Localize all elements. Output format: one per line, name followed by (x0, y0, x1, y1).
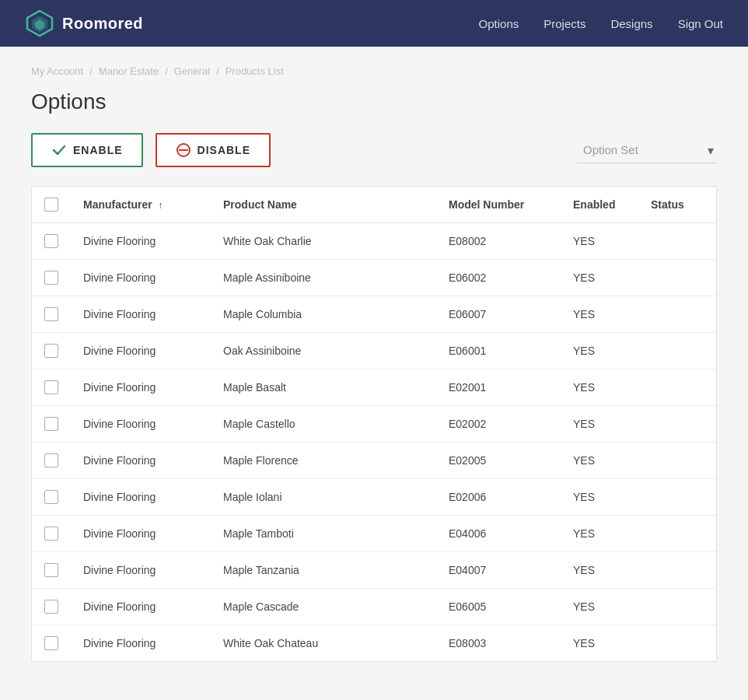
row-enabled: YES (561, 589, 638, 625)
nav-options[interactable]: Options (479, 17, 519, 30)
row-manufacturer: Divine Flooring (71, 260, 211, 296)
row-model-number: E02001 (436, 369, 561, 406)
main-content: My Account / Manor Estate / General / Pr… (0, 47, 748, 681)
row-manufacturer: Divine Flooring (71, 369, 211, 406)
row-checkbox[interactable] (44, 600, 58, 614)
disable-button[interactable]: DISABLE (156, 133, 271, 167)
row-checkbox[interactable] (44, 417, 58, 431)
ban-icon (176, 142, 191, 158)
row-status (638, 406, 716, 443)
sort-asc-icon: ↑ (159, 200, 163, 211)
row-model-number: E02002 (436, 406, 561, 443)
col-header-enabled: Enabled (561, 187, 638, 223)
row-product-name: Maple Tanzania (211, 552, 436, 589)
row-checkbox[interactable] (44, 234, 58, 248)
products-table: Manufacturer ↑ Product Name Model Number… (32, 187, 716, 661)
row-checkbox[interactable] (44, 271, 58, 285)
row-checkbox-cell (32, 260, 71, 296)
row-status (638, 333, 716, 369)
col-header-product-name: Product Name (211, 187, 436, 223)
breadcrumb-sep-2: / (216, 65, 219, 77)
row-checkbox[interactable] (44, 307, 58, 321)
table-row: Divine Flooring Maple Tanzania E04007 YE… (32, 552, 716, 589)
enable-button-label: ENABLE (73, 144, 123, 156)
col-header-checkbox (32, 187, 71, 223)
col-header-model-number: Model Number (436, 187, 561, 223)
row-product-name: Maple Columbia (211, 296, 436, 333)
row-checkbox[interactable] (44, 344, 58, 358)
row-status (638, 516, 716, 552)
breadcrumb: My Account / Manor Estate / General / Pr… (31, 65, 717, 77)
row-manufacturer: Divine Flooring (71, 479, 211, 516)
table-body: Divine Flooring White Oak Charlie E08002… (32, 223, 716, 662)
row-model-number: E02006 (436, 479, 561, 516)
disable-button-label: DISABLE (197, 144, 250, 156)
row-manufacturer: Divine Flooring (71, 625, 211, 662)
breadcrumb-item-3[interactable]: Products List (225, 65, 284, 77)
enable-button[interactable]: ENABLE (31, 133, 143, 167)
row-checkbox[interactable] (44, 527, 58, 541)
row-product-name: White Oak Charlie (211, 223, 436, 260)
toolbar: ENABLE DISABLE Option Set Set A Set B Se… (31, 133, 717, 167)
nav-signout[interactable]: Sign Out (678, 17, 723, 30)
table-row: Divine Flooring Maple Iolani E02006 YES (32, 479, 716, 516)
row-product-name: Maple Tamboti (211, 516, 436, 552)
row-checkbox-cell (32, 589, 71, 625)
select-all-checkbox[interactable] (44, 198, 58, 212)
breadcrumb-sep-0: / (89, 65, 93, 77)
row-manufacturer: Divine Flooring (71, 589, 211, 625)
row-checkbox[interactable] (44, 453, 58, 467)
table-header-row: Manufacturer ↑ Product Name Model Number… (32, 187, 716, 223)
logo: Roomored (25, 9, 143, 38)
table-row: Divine Flooring Maple Florence E02005 YE… (32, 443, 716, 479)
row-checkbox-cell (32, 369, 71, 406)
row-model-number: E06007 (436, 296, 561, 333)
table-row: Divine Flooring Oak Assiniboine E06001 Y… (32, 333, 716, 369)
row-checkbox[interactable] (44, 380, 58, 394)
row-enabled: YES (561, 296, 638, 333)
logo-text: Roomored (62, 15, 143, 33)
row-status (638, 296, 716, 333)
breadcrumb-item-2[interactable]: General (174, 65, 210, 77)
breadcrumb-item-1[interactable]: Manor Estate (99, 65, 159, 77)
row-enabled: YES (561, 479, 638, 516)
row-model-number: E06005 (436, 589, 561, 625)
row-product-name: Maple Florence (211, 443, 436, 479)
row-checkbox[interactable] (44, 563, 58, 577)
table-row: Divine Flooring Maple Tamboti E04006 YES (32, 516, 716, 552)
row-manufacturer: Divine Flooring (71, 406, 211, 443)
row-checkbox[interactable] (44, 490, 58, 504)
row-product-name: Maple Assiniboine (211, 260, 436, 296)
breadcrumb-item-0[interactable]: My Account (31, 65, 83, 77)
nav-projects[interactable]: Projects (544, 17, 585, 30)
col-header-manufacturer[interactable]: Manufacturer ↑ (71, 187, 211, 223)
table-row: Divine Flooring White Oak Charlie E08002… (32, 223, 716, 260)
table-row: Divine Flooring Maple Assiniboine E06002… (32, 260, 716, 296)
table-row: Divine Flooring Maple Cascade E06005 YES (32, 589, 716, 625)
row-product-name: Maple Basalt (211, 369, 436, 406)
col-header-status: Status (638, 187, 716, 223)
row-checkbox-cell (32, 443, 71, 479)
row-model-number: E04006 (436, 516, 561, 552)
row-checkbox-cell (32, 223, 71, 260)
nav-designs[interactable]: Designs (610, 17, 652, 30)
products-table-container: Manufacturer ↑ Product Name Model Number… (31, 186, 717, 662)
row-manufacturer: Divine Flooring (71, 333, 211, 369)
row-manufacturer: Divine Flooring (71, 296, 211, 333)
row-product-name: Maple Iolani (211, 479, 436, 516)
row-checkbox[interactable] (44, 636, 58, 650)
row-model-number: E06001 (436, 333, 561, 369)
row-checkbox-cell (32, 625, 71, 662)
row-checkbox-cell (32, 296, 71, 333)
option-set-dropdown[interactable]: Option Set Set A Set B Set C ▾ (577, 137, 717, 163)
option-set-select[interactable]: Option Set Set A Set B Set C (577, 137, 717, 163)
row-status (638, 625, 716, 662)
logo-icon (25, 9, 54, 38)
row-enabled: YES (561, 406, 638, 443)
row-manufacturer: Divine Flooring (71, 443, 211, 479)
row-checkbox-cell (32, 552, 71, 589)
page-title: Options (31, 89, 717, 114)
header: Roomored Options Projects Designs Sign O… (0, 0, 748, 47)
row-status (638, 369, 716, 406)
row-enabled: YES (561, 516, 638, 552)
